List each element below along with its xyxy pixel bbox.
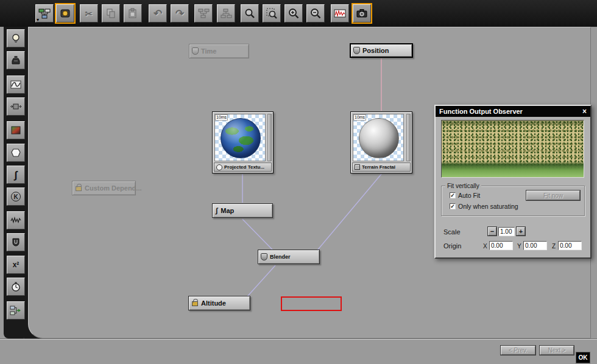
origin-z-input[interactable] (558, 241, 582, 250)
spline-icon: ∫ (15, 170, 18, 180)
zoom-region-button[interactable] (263, 4, 281, 23)
new-node-menu-button[interactable]: ▾ (35, 4, 54, 23)
node-label: Terrain Fractal (362, 164, 395, 170)
function-curve-button[interactable] (7, 75, 25, 94)
node-position[interactable]: Position (350, 43, 413, 58)
redo-icon: ↷ (175, 9, 184, 19)
function-shield-button[interactable] (7, 233, 25, 251)
function-shield-icon (192, 47, 199, 55)
checkbox[interactable]: ✓ (450, 192, 456, 198)
redo-button[interactable]: ↷ (171, 4, 189, 23)
cut-icon: ✂ (85, 9, 93, 18)
fit-now-button[interactable]: Fit now (526, 191, 580, 200)
node-label: Custom Depend... (85, 184, 142, 192)
node-custom-dependency[interactable]: Custom Depend... (72, 181, 136, 195)
close-icon[interactable]: × (582, 108, 587, 115)
main-toolbar: ▾ ✂ ↶ ↷ (0, 0, 597, 27)
fractal-icon (355, 164, 360, 170)
node-side-strip (267, 114, 272, 161)
node-palette-sidebar: ∫ K x² (4, 27, 28, 338)
constant-button[interactable]: K (7, 187, 25, 206)
constant-glyph: K (13, 194, 18, 200)
minus-icon: − (490, 228, 494, 235)
observer-icon (60, 8, 71, 19)
node-label: Projected Textu... (224, 164, 264, 170)
scale-decrease-button[interactable]: − (488, 227, 496, 236)
axis-x-label: X (483, 243, 487, 250)
copy-button[interactable] (102, 4, 120, 23)
map-curve-icon: ∫ (216, 206, 217, 215)
waveform-observer-button[interactable] (331, 4, 349, 23)
origin-y-input[interactable] (523, 241, 547, 250)
auto-fit-checkbox[interactable]: ✓ Auto Fit (450, 192, 480, 199)
origin-x-input[interactable] (489, 241, 513, 250)
zoom-in-icon (288, 8, 299, 19)
lock-icon (76, 186, 82, 191)
node-terrain-fractal[interactable]: 10ms Terrain Fractal (350, 111, 412, 173)
node-blender[interactable]: Blender (258, 250, 320, 264)
checkbox-label: Only when saturating (458, 203, 518, 210)
window-titlebar[interactable]: Function Output Observer × (436, 106, 590, 117)
light-source-button[interactable] (7, 29, 25, 47)
texture-preview (214, 114, 266, 161)
function-shield-icon (261, 253, 267, 261)
spline-button[interactable]: ∫ (7, 166, 25, 184)
paste-button[interactable] (124, 4, 142, 23)
group-label: Fit vertically (445, 183, 481, 189)
footer-bar: < Prev. Next > OK (0, 338, 597, 364)
texture-icon (216, 164, 222, 170)
math-button[interactable]: x² (7, 256, 25, 274)
node-map[interactable]: ∫ Map (212, 203, 273, 218)
ok-button[interactable]: OK (576, 352, 590, 363)
render-time-badge: 10ms (215, 114, 228, 121)
node-altitude[interactable]: Altitude (188, 296, 250, 310)
ungroup-nodes-button[interactable] (217, 4, 235, 23)
node-label: Blender (270, 254, 291, 260)
material-ink-button[interactable] (7, 51, 25, 69)
exit-node-graph-button[interactable] (7, 301, 25, 320)
node-side-strip (406, 114, 411, 161)
ungroup-nodes-icon (220, 8, 232, 19)
ink-bottle-icon (10, 55, 21, 66)
app-window: Time Position 10ms Projected Textu... 10… (0, 0, 597, 364)
node-label: Map (221, 207, 234, 214)
render-observer-button[interactable] (353, 4, 371, 23)
magnifier-icon (244, 8, 255, 19)
surface-blob-icon (10, 147, 21, 158)
undo-icon: ↶ (154, 9, 162, 19)
scale-increase-button[interactable]: + (517, 227, 525, 236)
next-button[interactable]: Next > (540, 346, 574, 355)
zoom-tool-button[interactable] (241, 4, 259, 23)
cut-button[interactable]: ✂ (80, 4, 98, 23)
zoom-out-button[interactable] (306, 4, 325, 23)
render-time-badge: 10ms (353, 114, 366, 121)
paste-icon (127, 8, 138, 19)
timer-button[interactable] (7, 278, 25, 296)
axis-z-label: Z (552, 243, 556, 250)
function-shield-icon (353, 47, 360, 54)
scale-label: Scale (443, 228, 461, 236)
selection-highlight-rectangle (281, 296, 342, 311)
node-io-icon (10, 101, 22, 112)
group-nodes-button[interactable] (194, 4, 213, 23)
only-when-saturating-checkbox[interactable]: ✓ Only when saturating (450, 203, 518, 210)
dropdown-arrow-icon[interactable]: ▾ (37, 18, 39, 23)
checkbox-label: Auto Fit (458, 192, 480, 199)
check-glyph: ✓ (450, 203, 455, 209)
node-graph-exit-icon (10, 305, 22, 316)
noise-button[interactable] (7, 211, 25, 229)
curve-graph-icon (10, 79, 21, 90)
texture-gradient-button[interactable] (7, 121, 25, 139)
node-io-button[interactable] (7, 97, 25, 116)
checkbox[interactable]: ✓ (450, 203, 456, 209)
surface-button[interactable] (7, 144, 25, 162)
zoom-in-button[interactable] (284, 4, 303, 23)
node-time[interactable]: Time (189, 44, 249, 58)
node-projected-texture[interactable]: 10ms Projected Textu... (212, 111, 274, 173)
copy-icon (105, 8, 116, 19)
function-output-observer-window[interactable]: Function Output Observer × Fit verticall… (434, 105, 592, 259)
undo-button[interactable]: ↶ (149, 4, 167, 23)
scale-input[interactable] (498, 227, 515, 236)
prev-button[interactable]: < Prev. (501, 346, 535, 355)
observer-toggle-button[interactable] (56, 4, 74, 23)
